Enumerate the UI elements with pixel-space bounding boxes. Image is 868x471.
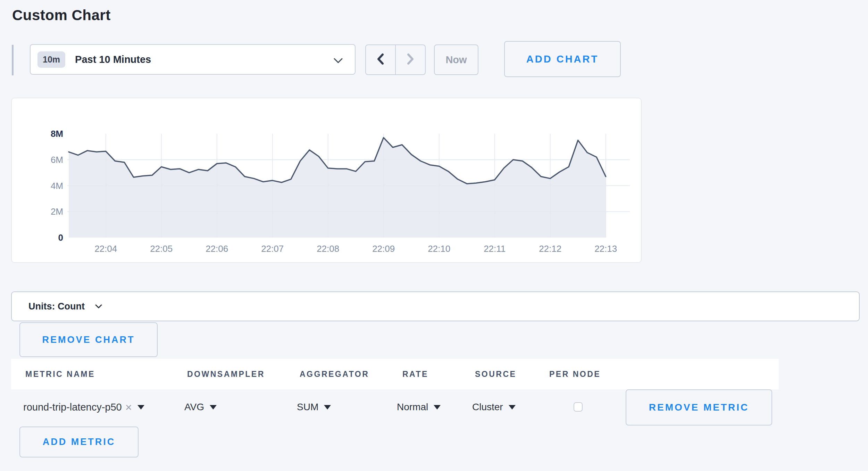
col-header-per-node: PER NODE bbox=[549, 370, 601, 379]
custom-chart-page: Custom Chart 10m Past 10 Minutes Now ADD… bbox=[0, 0, 868, 471]
time-range-dropdown[interactable]: 10m Past 10 Minutes bbox=[30, 44, 356, 75]
aggregator-value: SUM bbox=[297, 402, 318, 413]
page-title: Custom Chart bbox=[12, 7, 111, 24]
time-range-badge: 10m bbox=[37, 51, 65, 68]
svg-text:22:08: 22:08 bbox=[317, 243, 339, 254]
chevron-right-icon bbox=[406, 53, 415, 67]
downsampler-dropdown[interactable]: AVG bbox=[184, 400, 217, 414]
svg-text:22:05: 22:05 bbox=[150, 243, 173, 254]
svg-text:22:04: 22:04 bbox=[94, 243, 117, 254]
per-node-checkbox[interactable] bbox=[574, 402, 583, 412]
units-dropdown[interactable]: Units: Count bbox=[11, 291, 860, 321]
chevron-left-icon bbox=[376, 53, 385, 67]
svg-text:22:12: 22:12 bbox=[539, 243, 561, 254]
step-back-button[interactable] bbox=[366, 45, 396, 74]
metrics-table-header: METRIC NAME DOWNSAMPLER AGGREGATOR RATE … bbox=[11, 359, 779, 389]
col-header-metric-name: METRIC NAME bbox=[25, 370, 95, 379]
col-header-source: SOURCE bbox=[475, 370, 516, 379]
now-button[interactable]: Now bbox=[434, 44, 478, 75]
toolbar-accent-divider bbox=[12, 45, 14, 75]
caret-down-icon bbox=[137, 405, 144, 410]
svg-text:4M: 4M bbox=[51, 181, 63, 191]
remove-chart-button[interactable]: REMOVE CHART bbox=[19, 322, 158, 357]
caret-down-icon bbox=[210, 405, 217, 410]
col-header-rate: RATE bbox=[402, 370, 428, 379]
rate-dropdown[interactable]: Normal bbox=[397, 400, 441, 414]
close-icon[interactable]: × bbox=[125, 402, 132, 413]
svg-text:22:07: 22:07 bbox=[261, 243, 284, 254]
source-dropdown[interactable]: Cluster bbox=[472, 400, 516, 414]
add-chart-button[interactable]: ADD CHART bbox=[504, 41, 621, 77]
caret-down-icon bbox=[324, 405, 331, 410]
svg-text:2M: 2M bbox=[51, 206, 63, 217]
caret-down-icon bbox=[509, 405, 516, 410]
col-header-downsampler: DOWNSAMPLER bbox=[187, 370, 265, 379]
svg-text:22:10: 22:10 bbox=[428, 243, 450, 254]
svg-text:22:11: 22:11 bbox=[484, 243, 506, 254]
caret-down-icon bbox=[434, 405, 441, 410]
metric-name-value: round-trip-latency-p50 bbox=[23, 402, 122, 413]
svg-text:0: 0 bbox=[58, 232, 63, 243]
svg-text:22:09: 22:09 bbox=[372, 243, 395, 254]
svg-text:22:13: 22:13 bbox=[594, 243, 617, 254]
add-metric-button[interactable]: ADD METRIC bbox=[19, 427, 139, 457]
aggregator-dropdown[interactable]: SUM bbox=[297, 400, 331, 414]
time-range-label: Past 10 Minutes bbox=[75, 54, 151, 65]
chevron-down-icon bbox=[95, 304, 102, 310]
timeseries-area-chart[interactable]: 22:0422:0522:0622:0722:0822:0922:1022:11… bbox=[12, 98, 641, 262]
rate-value: Normal bbox=[397, 402, 428, 413]
units-label: Units: Count bbox=[28, 301, 85, 312]
chart-card: 22:0422:0522:0622:0722:0822:0922:1022:11… bbox=[11, 98, 642, 263]
svg-text:8M: 8M bbox=[51, 129, 63, 139]
metric-name-dropdown[interactable]: round-trip-latency-p50 × bbox=[23, 400, 144, 414]
step-forward-button[interactable] bbox=[396, 45, 425, 74]
downsampler-value: AVG bbox=[184, 402, 204, 413]
svg-text:6M: 6M bbox=[51, 155, 63, 165]
time-step-button-group bbox=[365, 44, 426, 75]
svg-text:22:06: 22:06 bbox=[206, 243, 228, 254]
source-value: Cluster bbox=[472, 402, 503, 413]
chevron-down-icon bbox=[333, 58, 343, 65]
col-header-aggregator: AGGREGATOR bbox=[300, 370, 369, 379]
remove-metric-button[interactable]: REMOVE METRIC bbox=[626, 389, 772, 425]
